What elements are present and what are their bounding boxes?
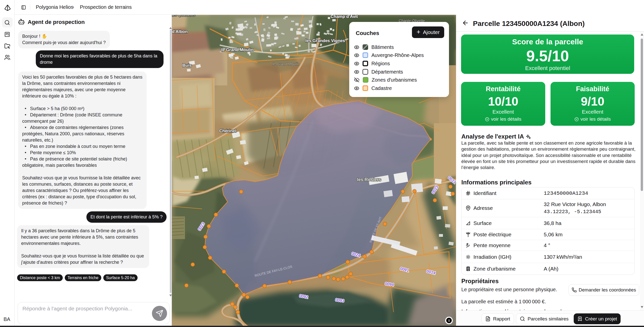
svg-text:les Quartieres: les Quartieres bbox=[172, 15, 195, 17]
svg-text:les Grandes Vignes: les Grandes Vignes bbox=[305, 38, 345, 43]
svg-text:Chérinel: Chérinel bbox=[219, 128, 236, 133]
svg-text:Buis: Buis bbox=[182, 63, 192, 68]
svg-text:Champ d'Avit: Champ d'Avit bbox=[331, 15, 358, 19]
svg-text:le Grand Moulin: le Grand Moulin bbox=[273, 62, 299, 66]
svg-text:les Rosiers: les Rosiers bbox=[357, 177, 381, 182]
svg-text:le Grand Moulin: le Grand Moulin bbox=[221, 47, 253, 52]
svg-text:d'Albon: d'Albon bbox=[172, 29, 188, 34]
